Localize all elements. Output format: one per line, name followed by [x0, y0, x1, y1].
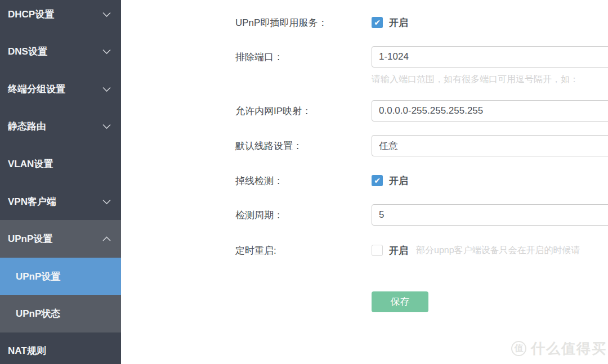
sidebar-item-label: UPnP设置 — [8, 232, 52, 245]
sidebar-subitem-upnp-settings[interactable]: UPnP设置 — [0, 258, 121, 295]
scheduled-restart-label: 定时重启: — [235, 240, 370, 261]
smzdm-watermark: 值 什么值得买 — [511, 339, 607, 358]
lan-ip-map-label: 允许内网IP映射： — [235, 100, 370, 122]
sidebar-item-label: UPnP设置 — [16, 270, 60, 283]
sidebar-item-label: NAT规则 — [8, 344, 46, 357]
scheduled-restart-checkbox-label: 开启 — [389, 244, 408, 257]
upnp-service-checkbox[interactable]: ✔ — [372, 17, 383, 28]
default-line-select[interactable] — [372, 135, 608, 156]
smzdm-watermark-text: 什么值得买 — [531, 339, 607, 358]
sidebar-item-label: DNS设置 — [8, 45, 47, 58]
sidebar-item-label: 终端分组设置 — [8, 83, 65, 96]
sidebar-item-dhcp-settings[interactable]: DHCP设置 — [0, 0, 121, 33]
detect-period-label: 检测周期： — [235, 204, 370, 226]
sidebar-item-nat-rules[interactable]: NAT规则 — [0, 332, 121, 364]
sidebar-item-label: VLAN设置 — [8, 158, 53, 170]
upnp-service-checkbox-label: 开启 — [389, 16, 408, 29]
sidebar-item-vpn-client[interactable]: VPN客户端 — [0, 183, 121, 221]
offline-detect-checkbox[interactable]: ✔ — [372, 175, 383, 186]
sidebar-item-label: DHCP设置 — [8, 8, 54, 21]
lan-ip-map-input[interactable] — [372, 100, 608, 122]
upnp-settings-form: UPnP即插即用服务： ✔ 开启 排除端口： 请输入端口范围，如有很多端口可用逗… — [121, 0, 608, 364]
smzdm-logo-icon: 值 — [511, 341, 526, 356]
offline-detect-checkbox-label: 开启 — [389, 174, 408, 187]
sidebar-item-label: VPN客户端 — [8, 195, 56, 208]
chevron-up-icon — [102, 236, 111, 242]
offline-detect-label: 掉线检测： — [235, 170, 370, 191]
sidebar-item-static-route[interactable]: 静态路由 — [0, 107, 121, 145]
sidebar-item-label: UPnP状态 — [16, 307, 60, 320]
chevron-down-icon — [102, 49, 111, 55]
sidebar-item-dns-settings[interactable]: DNS设置 — [0, 33, 121, 70]
sidebar-nav: DHCP设置 DNS设置 终端分组设置 静态路由 VLAN设置 VPN客户端 U… — [0, 0, 121, 364]
scheduled-restart-checkbox[interactable] — [372, 245, 383, 256]
chevron-down-icon — [102, 199, 111, 205]
detect-period-input[interactable] — [372, 204, 608, 226]
chevron-down-icon — [102, 124, 111, 129]
chevron-down-icon — [102, 12, 111, 17]
chevron-down-icon — [102, 87, 111, 92]
sidebar-item-label: 静态路由 — [8, 120, 46, 133]
upnp-service-label: UPnP即插即用服务： — [235, 12, 370, 33]
exclude-port-label: 排除端口： — [235, 46, 370, 68]
sidebar-subitem-upnp-status[interactable]: UPnP状态 — [0, 295, 121, 332]
sidebar-item-upnp-settings-group[interactable]: UPnP设置 — [0, 220, 121, 258]
exclude-port-input[interactable] — [372, 46, 608, 68]
scheduled-restart-hint: 部分upnp客户端设备只会在开启的时候请 — [416, 245, 580, 257]
exclude-port-hint: 请输入端口范围，如有很多端口可用逗号隔开，如： — [372, 74, 579, 86]
default-line-label: 默认线路设置： — [235, 135, 370, 156]
save-button[interactable]: 保存 — [372, 291, 428, 312]
sidebar-item-terminal-group-settings[interactable]: 终端分组设置 — [0, 70, 121, 108]
sidebar-item-vlan-settings[interactable]: VLAN设置 — [0, 145, 121, 183]
